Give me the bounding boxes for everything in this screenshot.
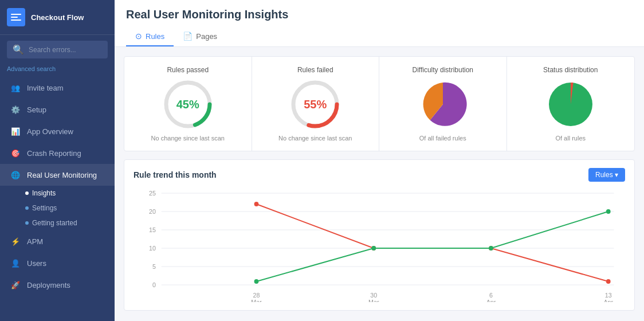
rules-failed-title: Rules failed bbox=[297, 66, 333, 74]
sidebar-item-invite-team[interactable]: 👥 Invite team bbox=[0, 77, 115, 99]
rules-tab-icon: ⊙ bbox=[135, 32, 142, 41]
pages-tab-icon: 📄 bbox=[183, 32, 193, 41]
rules-passed-note: No change since last scan bbox=[151, 135, 225, 142]
trend-header: Rule trend this month Rules ▾ bbox=[133, 168, 625, 182]
advanced-search-link[interactable]: Advanced search bbox=[0, 64, 115, 77]
tab-pages-label: Pages bbox=[196, 32, 217, 41]
svg-text:13: 13 bbox=[605, 292, 612, 299]
svg-text:20: 20 bbox=[149, 208, 156, 215]
svg-text:Apr: Apr bbox=[486, 299, 496, 302]
difficulty-chart bbox=[417, 79, 469, 130]
invite-team-icon: 👥 bbox=[10, 82, 21, 93]
svg-point-25 bbox=[254, 202, 259, 206]
getting-started-dot bbox=[25, 221, 29, 225]
logo-icon bbox=[11, 14, 21, 21]
status-title: Status distribution bbox=[543, 66, 598, 74]
trend-title: Rule trend this month bbox=[133, 170, 217, 179]
sidebar-label-deployments: Deployments bbox=[27, 281, 70, 289]
sidebar-sublabel-settings: Settings bbox=[32, 204, 57, 212]
search-input[interactable] bbox=[29, 46, 102, 54]
search-section: 🔍 bbox=[0, 35, 115, 64]
logo-line-2 bbox=[11, 17, 18, 18]
rules-dropdown-button[interactable]: Rules ▾ bbox=[588, 168, 625, 182]
sidebar-item-apm[interactable]: ⚡ APM bbox=[0, 230, 115, 252]
sidebar-nav: 👥 Invite team ⚙️ Setup 📊 App Overview 🎯 … bbox=[0, 77, 115, 321]
svg-text:5: 5 bbox=[152, 263, 156, 270]
sidebar-header: Checkout Flow bbox=[0, 0, 115, 35]
sidebar-sublabel-insights: Insights bbox=[32, 189, 56, 197]
sidebar: Checkout Flow 🔍 Advanced search 👥 Invite… bbox=[0, 0, 115, 321]
rules-passed-value: 45% bbox=[176, 98, 199, 111]
rules-failed-value: 55% bbox=[304, 98, 327, 111]
settings-dot bbox=[25, 206, 29, 210]
svg-text:Apr: Apr bbox=[603, 299, 613, 302]
svg-text:15: 15 bbox=[149, 226, 156, 233]
sidebar-subitem-getting-started[interactable]: Getting started bbox=[0, 216, 115, 230]
trend-chart: 25 20 15 10 5 0 28 Mar 30 Mar 6 Apr 13 A… bbox=[133, 187, 625, 302]
tab-rules[interactable]: ⊙ Rules bbox=[126, 27, 174, 46]
svg-point-28 bbox=[606, 279, 611, 284]
app-overview-icon: 📊 bbox=[10, 126, 21, 137]
crash-reporting-icon: 🎯 bbox=[10, 147, 21, 159]
difficulty-svg bbox=[417, 79, 469, 130]
search-box[interactable]: 🔍 bbox=[7, 41, 108, 58]
sidebar-subitem-settings[interactable]: Settings bbox=[0, 201, 115, 216]
svg-point-30 bbox=[371, 246, 376, 250]
svg-text:30: 30 bbox=[370, 292, 377, 299]
trend-chart-svg: 25 20 15 10 5 0 28 Mar 30 Mar 6 Apr 13 A… bbox=[133, 187, 625, 302]
main-header: Real User Monitoring Insights ⊙ Rules 📄 … bbox=[115, 0, 644, 47]
sidebar-item-real-user-monitoring[interactable]: 🌐 Real User Monitoring bbox=[0, 164, 115, 186]
rum-icon: 🌐 bbox=[10, 169, 21, 181]
rules-failed-chart: 55% bbox=[289, 79, 341, 130]
sidebar-item-app-overview[interactable]: 📊 App Overview bbox=[0, 120, 115, 142]
rules-passed-title: Rules passed bbox=[167, 66, 209, 74]
sidebar-label-setup: Setup bbox=[27, 105, 46, 114]
sidebar-subitem-insights[interactable]: Insights bbox=[0, 186, 115, 201]
sidebar-label-crash-reporting: Crash Reporting bbox=[27, 149, 81, 158]
deployments-icon: 🚀 bbox=[10, 279, 21, 291]
app-logo bbox=[7, 8, 25, 26]
stat-status-distribution: Status distribution Of all rules bbox=[507, 57, 635, 151]
svg-text:28: 28 bbox=[253, 292, 260, 299]
stat-rules-failed: Rules failed 55% No change since last sc… bbox=[252, 57, 380, 151]
sidebar-item-setup[interactable]: ⚙️ Setup bbox=[0, 99, 115, 120]
svg-point-32 bbox=[606, 209, 611, 214]
trend-card: Rule trend this month Rules ▾ 25 20 15 1 bbox=[124, 159, 635, 311]
sidebar-item-users[interactable]: 👤 Users bbox=[0, 252, 115, 274]
svg-text:6: 6 bbox=[489, 292, 493, 299]
app-name: Checkout Flow bbox=[31, 13, 84, 22]
sidebar-label-invite-team: Invite team bbox=[27, 84, 64, 92]
tab-pages[interactable]: 📄 Pages bbox=[174, 27, 226, 46]
status-note: Of all rules bbox=[555, 135, 586, 142]
tab-bar: ⊙ Rules 📄 Pages bbox=[126, 27, 633, 46]
svg-point-31 bbox=[489, 246, 493, 250]
sidebar-item-deployments[interactable]: 🚀 Deployments bbox=[0, 274, 115, 296]
difficulty-title: Difficulty distribution bbox=[413, 66, 474, 74]
sidebar-label-apm: APM bbox=[27, 237, 43, 246]
setup-icon: ⚙️ bbox=[10, 104, 21, 115]
content-area: Rules passed 45% No change since last sc… bbox=[115, 47, 644, 321]
tab-rules-label: Rules bbox=[146, 32, 164, 41]
stat-rules-passed: Rules passed 45% No change since last sc… bbox=[124, 57, 252, 151]
svg-text:10: 10 bbox=[149, 245, 156, 252]
logo-line-3 bbox=[11, 19, 21, 21]
rules-failed-note: No change since last scan bbox=[278, 135, 352, 142]
sidebar-sublabel-getting-started: Getting started bbox=[32, 219, 77, 227]
users-icon: 👤 bbox=[10, 257, 21, 269]
sidebar-item-crash-reporting[interactable]: 🎯 Crash Reporting bbox=[0, 142, 115, 164]
status-svg bbox=[545, 79, 596, 130]
svg-text:25: 25 bbox=[149, 190, 156, 197]
svg-text:Mar: Mar bbox=[368, 299, 379, 302]
svg-text:0: 0 bbox=[152, 281, 156, 288]
page-title: Real User Monitoring Insights bbox=[126, 8, 633, 21]
difficulty-note: Of all failed rules bbox=[419, 135, 466, 142]
sidebar-label-app-overview: App Overview bbox=[27, 127, 73, 136]
svg-point-29 bbox=[254, 279, 259, 284]
stats-row: Rules passed 45% No change since last sc… bbox=[124, 56, 635, 151]
status-chart bbox=[545, 79, 596, 130]
search-icon: 🔍 bbox=[13, 44, 24, 55]
sidebar-label-rum: Real User Monitoring bbox=[27, 171, 97, 179]
apm-icon: ⚡ bbox=[10, 236, 21, 247]
stat-difficulty-distribution: Difficulty distribution Of all failed ru… bbox=[379, 57, 507, 151]
logo-line-1 bbox=[11, 14, 21, 15]
